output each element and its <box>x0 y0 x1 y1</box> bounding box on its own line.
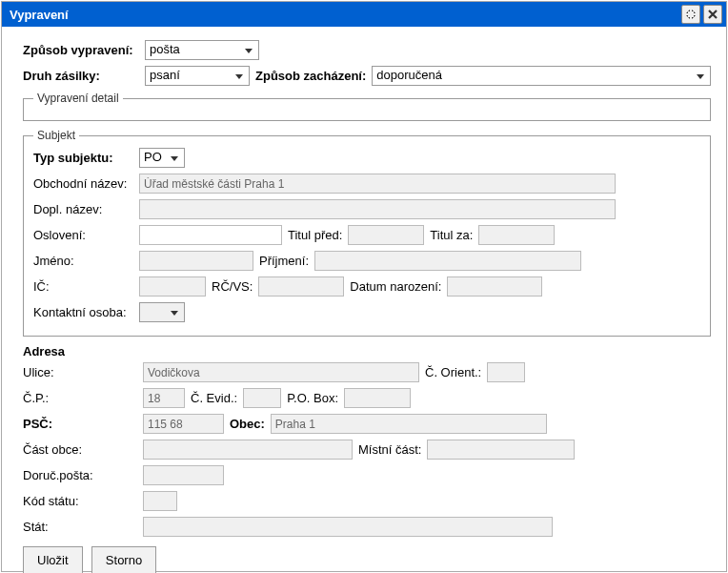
street-label: Ulice: <box>23 365 137 379</box>
psc-label: PSČ: <box>23 417 137 431</box>
window-title: Vypravení <box>10 8 678 22</box>
pobox-input[interactable] <box>344 388 411 408</box>
title-before-label: Titul před: <box>288 228 342 242</box>
salutation-label: Oslovení: <box>33 228 133 242</box>
salutation-input[interactable] <box>139 225 282 245</box>
method-select[interactable]: pošta <box>145 40 259 60</box>
close-button[interactable] <box>703 5 722 24</box>
firstname-label: Jméno: <box>33 254 133 268</box>
lastname-input[interactable] <box>314 251 581 271</box>
evid-label: Č. Evid.: <box>191 391 237 405</box>
expand-button[interactable] <box>681 5 700 24</box>
subject-type-select[interactable]: PO <box>139 148 185 168</box>
orient-input[interactable] <box>487 362 525 382</box>
type-select[interactable]: psaní <box>145 66 250 86</box>
pobox-label: P.O. Box: <box>287 391 338 405</box>
contact-label: Kontaktní osoba: <box>33 305 133 319</box>
handling-select[interactable]: doporučená <box>372 66 711 86</box>
additional-name-input[interactable] <box>139 199 616 219</box>
evid-input[interactable] <box>243 388 281 408</box>
obec-input[interactable] <box>271 414 547 434</box>
psc-input[interactable] <box>143 414 224 434</box>
firstname-input[interactable] <box>139 251 253 271</box>
lastname-label: Příjmení: <box>259 254 309 268</box>
detail-legend: Vypravení detail <box>33 92 123 105</box>
title-after-input[interactable] <box>478 225 555 245</box>
additional-name-label: Dopl. název: <box>33 202 133 216</box>
delivpost-input[interactable] <box>143 465 224 485</box>
statecode-label: Kód státu: <box>23 494 137 508</box>
subject-fieldset: Subjekt Typ subjektu: PO Obchodní název:… <box>23 129 711 337</box>
address-section-title: Adresa <box>23 344 711 358</box>
delivpost-label: Doruč.pošta: <box>23 468 137 482</box>
ic-input[interactable] <box>139 276 206 297</box>
mistni-label: Místní část: <box>358 442 421 457</box>
statecode-input[interactable] <box>143 491 177 511</box>
method-label: Způsob vypravení: <box>23 43 145 57</box>
street-input[interactable] <box>143 362 419 382</box>
obec-label: Obec: <box>230 417 265 431</box>
rcvs-label: RČ/VS: <box>212 279 253 294</box>
mistni-input[interactable] <box>427 440 575 460</box>
detail-fieldset: Vypravení detail <box>23 92 711 121</box>
save-button[interactable]: Uložit <box>23 546 83 573</box>
cancel-button[interactable]: Storno <box>91 546 156 573</box>
subject-type-label: Typ subjektu: <box>33 151 133 165</box>
business-name-input[interactable] <box>139 174 616 194</box>
business-name-label: Obchodní název: <box>33 176 133 191</box>
birth-label: Datum narození: <box>350 279 441 294</box>
orient-label: Č. Orient.: <box>425 365 481 379</box>
expand-icon <box>685 9 697 20</box>
titlebar: Vypravení <box>2 2 726 27</box>
state-label: Stát: <box>23 520 137 534</box>
handling-label: Způsob zacházení: <box>255 69 366 83</box>
birth-input[interactable] <box>447 276 542 297</box>
cp-label: Č.P.: <box>23 391 137 405</box>
contact-select[interactable] <box>139 302 185 322</box>
close-icon <box>707 9 718 20</box>
state-input[interactable] <box>143 517 553 537</box>
title-before-input[interactable] <box>348 225 424 245</box>
subject-legend: Subjekt <box>33 129 79 142</box>
rcvs-input[interactable] <box>258 276 344 297</box>
dialog-window: Vypravení Způsob vypravení: pošta Druh z… <box>1 1 727 572</box>
ic-label: IČ: <box>33 279 133 294</box>
part-input[interactable] <box>143 440 353 460</box>
type-label: Druh zásilky: <box>23 69 145 83</box>
part-label: Část obce: <box>23 442 137 457</box>
cp-input[interactable] <box>143 388 185 408</box>
dialog-body: Způsob vypravení: pošta Druh zásilky: ps… <box>2 27 726 573</box>
title-after-label: Titul za: <box>430 228 473 242</box>
